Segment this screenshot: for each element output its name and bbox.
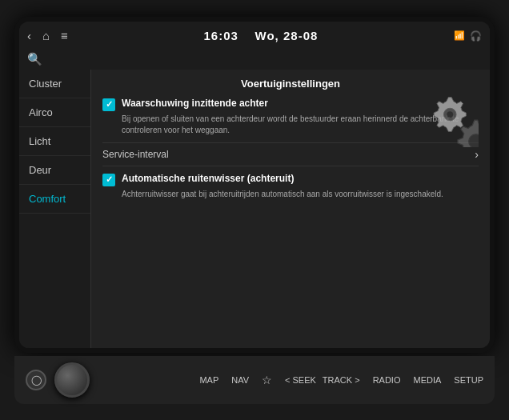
- panel-title: Voertuiginstellingen: [102, 78, 479, 90]
- service-interval-row[interactable]: Service-interval ›: [102, 142, 479, 166]
- clock-display: 16:03 Wo, 28-08: [78, 29, 444, 42]
- gear-icon-area: [424, 94, 480, 150]
- sidebar-item-licht[interactable]: Licht: [19, 127, 90, 156]
- top-bar: ‹ ⌂ ≡ 16:03 Wo, 28-08 📶 🎧: [19, 22, 490, 50]
- service-interval-label: Service-interval: [102, 149, 169, 160]
- seek-track-group: < SEEK TRACK >: [285, 375, 360, 385]
- warning-title: Waarschuwing inzittende achter: [122, 98, 268, 109]
- sidebar-item-airco[interactable]: Airco: [19, 98, 90, 127]
- favorite-button[interactable]: ☆: [262, 374, 272, 386]
- warning-checkbox[interactable]: [102, 98, 115, 111]
- main-content: Cluster Airco Licht Deur Comfort Voertui…: [19, 70, 490, 348]
- sidebar: Cluster Airco Licht Deur Comfort: [19, 70, 91, 348]
- main-screen: ‹ ⌂ ≡ 16:03 Wo, 28-08 📶 🎧 🔍 Cluster: [19, 22, 490, 348]
- track-right-button[interactable]: TRACK >: [323, 375, 360, 385]
- menu-button[interactable]: ≡: [61, 29, 68, 42]
- seek-left-button[interactable]: < SEEK: [285, 375, 316, 385]
- wifi-icon: 📶: [454, 30, 465, 41]
- gear-icon: [427, 95, 479, 147]
- wiper-checkbox[interactable]: [102, 174, 115, 186]
- wiper-desc: Achterruitwisser gaat bij achteruitrijde…: [122, 189, 479, 200]
- bluetooth-icon: 🎧: [470, 30, 482, 42]
- back-button[interactable]: ‹: [27, 29, 31, 42]
- sidebar-item-cluster[interactable]: Cluster: [19, 70, 90, 98]
- content-panel: Voertuiginstellingen: [91, 70, 490, 348]
- volume-knob[interactable]: [54, 362, 90, 398]
- date-display: Wo, 28-08: [255, 29, 319, 42]
- media-button[interactable]: MEDIA: [413, 375, 441, 385]
- sidebar-item-deur[interactable]: Deur: [19, 156, 90, 185]
- setup-button[interactable]: SETUP: [454, 375, 483, 385]
- bottom-buttons: MAP NAV ☆ < SEEK TRACK > RADIO MEDIA SET…: [199, 374, 483, 386]
- nav-button[interactable]: NAV: [231, 375, 249, 385]
- warning-setting-block: Waarschuwing inzittende achter Bij opene…: [102, 98, 479, 136]
- wiper-setting-block: Automatische ruitenwisser (achteruit) Ac…: [102, 173, 479, 200]
- warning-setting-row: Waarschuwing inzittende achter: [102, 98, 479, 111]
- search-icon: 🔍: [27, 52, 42, 66]
- sidebar-item-comfort[interactable]: Comfort: [19, 185, 90, 214]
- svg-point-2: [447, 111, 453, 118]
- time-display: 16:03: [204, 29, 238, 42]
- service-interval-arrow-icon: ›: [475, 148, 479, 161]
- search-bar: 🔍: [19, 50, 490, 70]
- bottom-left-controls: ◯: [26, 362, 90, 398]
- screen-bezel: ‹ ⌂ ≡ 16:03 Wo, 28-08 📶 🎧 🔍 Cluster: [14, 17, 495, 353]
- radio-button[interactable]: RADIO: [373, 375, 401, 385]
- home-button[interactable]: ⌂: [42, 29, 50, 42]
- map-button[interactable]: MAP: [199, 375, 218, 385]
- wiper-setting-row: Automatische ruitenwisser (achteruit): [102, 173, 479, 186]
- power-button[interactable]: ◯: [26, 370, 46, 390]
- bottom-controls-bar: ◯ MAP NAV ☆ < SEEK TRACK > RADIO MEDIA S…: [14, 356, 495, 404]
- wiper-title: Automatische ruitenwisser (achteruit): [122, 173, 294, 184]
